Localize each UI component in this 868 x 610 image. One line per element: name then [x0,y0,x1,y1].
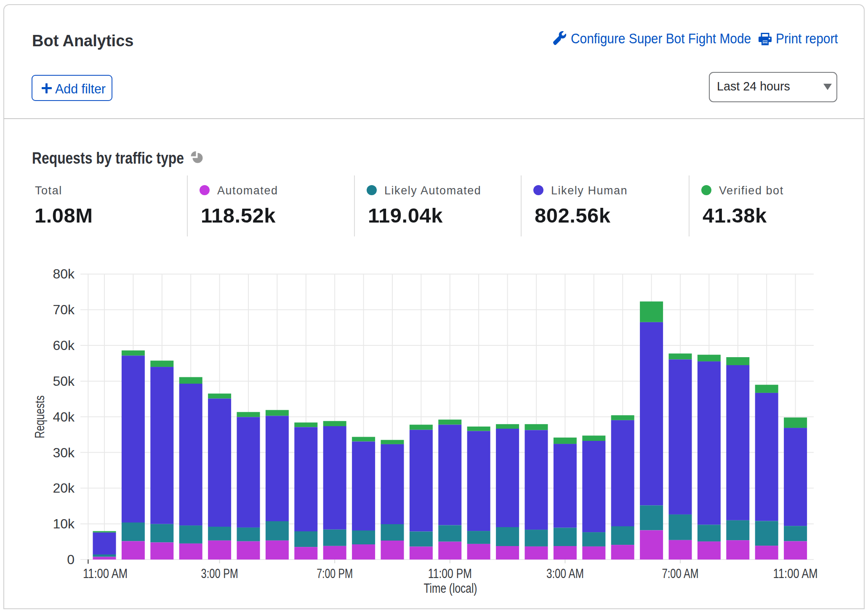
svg-text:80k: 80k [53,266,75,281]
svg-text:Requests: Requests [32,395,47,438]
svg-text:20k: 20k [53,480,75,496]
svg-text:3:00 PM: 3:00 PM [201,566,238,581]
svg-text:70k: 70k [53,302,75,317]
svg-text:Time (local): Time (local) [424,581,477,596]
svg-text:11:00 AM: 11:00 AM [83,566,128,581]
svg-text:7:00 PM: 7:00 PM [317,566,353,581]
svg-text:10k: 10k [53,516,75,531]
svg-text:60k: 60k [53,338,75,353]
svg-text:11:00 AM: 11:00 AM [773,566,818,581]
svg-text:50k: 50k [53,374,75,389]
svg-text:0: 0 [67,552,75,567]
svg-text:40k: 40k [53,409,75,424]
svg-text:11:00 PM: 11:00 PM [428,566,472,581]
svg-text:30k: 30k [53,445,75,460]
svg-text:7:00 AM: 7:00 AM [662,566,699,581]
svg-text:3:00 AM: 3:00 AM [546,566,584,581]
